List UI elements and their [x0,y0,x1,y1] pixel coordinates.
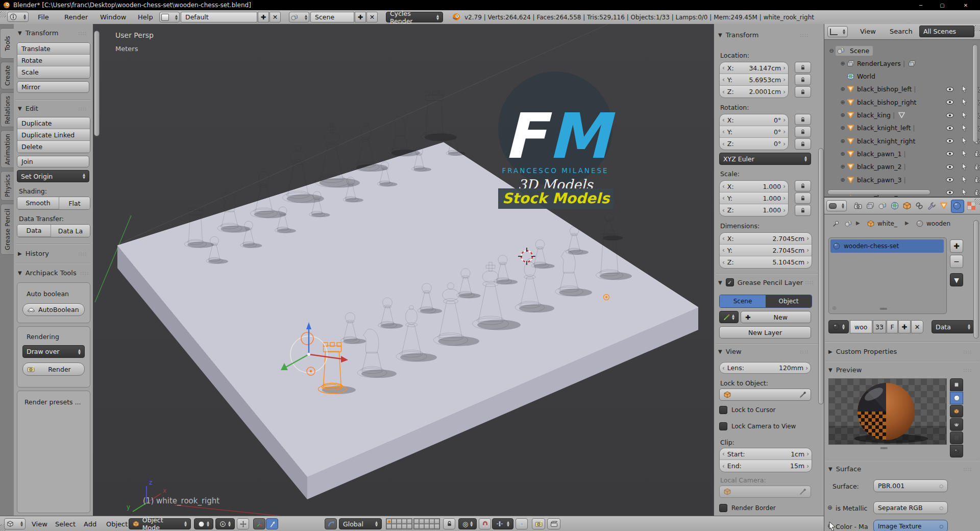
layer-cell[interactable] [402,524,407,529]
menu-select[interactable]: Select [53,520,78,528]
lock-location-x[interactable] [795,62,811,73]
tab-grease-pencil[interactable]: Grease Pencil [1,204,14,255]
lock-rotation-z[interactable] [795,138,811,150]
lock-location-y[interactable] [795,74,811,85]
outliner-scrollbar-horizontal[interactable] [827,189,930,195]
unlink-material-button[interactable]: ✕ [911,320,923,333]
opengl-render-button[interactable] [532,518,545,529]
local-camera-field[interactable] [719,486,811,498]
menu-file[interactable]: File [36,13,51,21]
scale-x-field[interactable]: ‹X:1.000› [720,181,788,192]
outliner-item-Scene[interactable]: ⊖Scene [824,44,980,57]
visibility-eye-icon[interactable] [946,177,954,183]
interaction-mode-dropdown[interactable]: Object Mode ▲▼ [129,518,191,529]
editor-type-selector-outliner[interactable]: ▲▼ [827,26,848,37]
outliner-menu-search[interactable]: Search [888,28,915,35]
lock-scale-y[interactable] [795,192,811,204]
rotation-x-field[interactable]: ‹X:0°› [720,114,788,126]
list-resize-grip[interactable]: ══ [880,305,886,312]
outliner-item-label[interactable]: black_pawn_1 [857,150,901,158]
preview-sphere2-button[interactable] [950,445,963,457]
toolshelf-scrollbar[interactable] [94,31,100,136]
material-specials-button[interactable]: ▼ [950,273,963,286]
editor-type-selector-properties[interactable]: ▲▼ [826,200,847,211]
selectable-cursor-icon[interactable] [960,176,968,183]
data-button[interactable]: Data [17,225,51,237]
outliner-item-label[interactable]: black_king [857,111,891,119]
outliner-item-label[interactable]: RenderLayers [857,60,901,67]
gp-brush-dropdown[interactable]: ▲▼ [719,311,739,323]
scale-z-field[interactable]: ‹Z:1.000› [720,204,788,216]
outliner-item-label[interactable]: black_pawn_2 [857,163,901,171]
scene-icon-button[interactable]: ▲▼ [289,12,309,22]
rotation-y-field[interactable]: ‹Y:0°› [720,126,788,138]
outliner-item-label[interactable]: black_knight_right [857,137,915,145]
layer-cell[interactable] [397,524,402,529]
dimensions-x-field[interactable]: ‹X:2.7045cm› [720,233,812,245]
gp-new-layer-button[interactable]: New Layer [719,326,811,339]
lock-to-scene-toggle[interactable] [443,518,455,529]
expander-icon[interactable]: ⊕ [839,163,847,170]
viewport-3d[interactable]: F M FRANCESCO MILANESE 3D Models Stock M… [93,24,714,516]
lock-location-z[interactable] [795,86,811,98]
npanel-scrollbar[interactable] [818,148,824,404]
tab-create[interactable]: Create [1,62,14,89]
outliner-item-RenderLayers[interactable]: ⊕RenderLayers| [824,57,980,69]
snap-target-button[interactable] [516,518,528,529]
preview-resize-grip[interactable]: ══ [880,445,887,452]
shade-flat-button[interactable]: Flat [59,197,90,209]
layer-cell[interactable] [419,519,424,524]
tab-material-active[interactable] [951,200,964,213]
selectable-cursor-icon[interactable] [960,137,968,144]
maximize-button[interactable]: ▢ [935,0,949,10]
layer-cell[interactable] [434,519,439,524]
editor-type-selector[interactable]: ▲▼ [7,12,29,22]
manipulator-toggle[interactable] [253,518,265,529]
gp-object-toggle[interactable]: Object [766,295,812,307]
dimensions-y-field[interactable]: ‹Y:2.7045cm› [720,245,812,256]
shade-smooth-button[interactable]: Smooth [17,197,59,209]
renderable-camera-icon[interactable] [974,151,980,157]
mirror-button[interactable]: Mirror [17,81,89,93]
visibility-eye-icon[interactable] [946,99,954,105]
delete-button[interactable]: Delete [17,141,90,153]
add-material-slot-button[interactable]: ✚ [950,239,963,253]
location-x-field[interactable]: ‹X:34.147cm› [720,62,788,74]
delete-scene-button[interactable]: ✕ [366,12,378,22]
menu-view[interactable]: View [30,520,50,528]
screen-layout-icon-button[interactable]: ▲▼ [159,12,180,22]
outliner-item-label[interactable]: black_pawn_3 [857,176,901,184]
layer-cell[interactable] [391,519,397,524]
layer-cell[interactable] [386,519,391,524]
tab-physics[interactable]: Physics [1,171,14,201]
layer-cell[interactable] [414,519,419,524]
outliner-item-black_knight_left[interactable]: ⊕black_knight_left| [824,122,980,134]
clip-end-field[interactable]: ‹End:15m› [720,460,812,472]
tab-animation[interactable]: Animation [1,130,14,168]
clip-start-field[interactable]: ‹Start:1cm› [720,448,812,460]
scene-name-field[interactable]: Scene [310,12,354,22]
tab-render-icon[interactable] [854,202,862,210]
menu-help[interactable]: Help [136,13,155,21]
outliner-menu-view[interactable]: View [858,28,878,35]
lock-to-cursor-checkbox[interactable] [719,406,727,414]
opengl-render-anim-button[interactable] [547,518,560,529]
eyedropper-icon[interactable] [799,488,806,495]
eyedropper-icon[interactable] [799,391,806,398]
outliner-item-black_bishop_left[interactable]: ⊕black_bishop_left| [824,83,980,95]
pin-icon[interactable] [832,220,840,227]
pivot-align-toggle[interactable] [237,518,249,529]
tab-tools[interactable]: Tools [1,28,14,59]
autoboolean-button[interactable]: AutoBoolean [22,303,85,316]
join-button[interactable]: Join [17,156,89,167]
proportional-edit-dropdown[interactable]: ◎▲▼ [458,518,477,529]
panel-header-archipack[interactable]: ▼Archipack Tools [18,269,85,277]
lock-camera-row[interactable]: Lock Camera to View [719,422,796,430]
visibility-eye-icon[interactable] [946,125,954,131]
outliner-item-black_knight_right[interactable]: ⊕black_knight_right [824,135,980,147]
lock-rotation-y[interactable] [795,126,811,137]
renderable-camera-icon[interactable] [974,177,980,183]
panel-header-view[interactable]: ▼View [718,348,742,355]
viewport-shading-dropdown[interactable]: ▲▼ [194,518,213,529]
panel-header-preview[interactable]: ▼Preview [828,366,862,374]
